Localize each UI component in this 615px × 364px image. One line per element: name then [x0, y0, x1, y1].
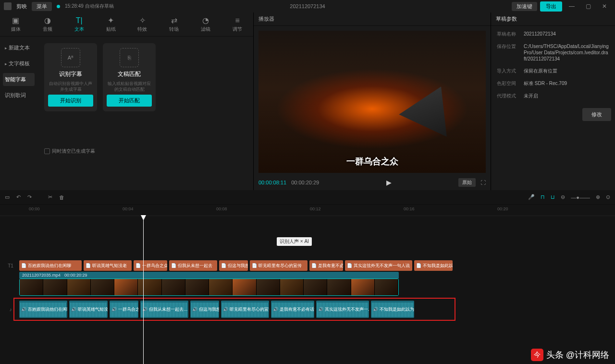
prop-value: C:/Users/THSC/AppData/Local/JianyingPro/… — [524, 43, 609, 62]
ruler-tick: 00:08 — [216, 206, 227, 211]
timeline-tracks[interactable]: 识别人声 × AI T1 📄 百姓跟我说他们在闲聊📄 听说英雄气短没老📄 一群乌… — [0, 216, 615, 364]
tool-tab-贴纸[interactable]: ✦贴纸 — [95, 12, 127, 36]
video-thumbnail[interactable] — [375, 279, 398, 295]
autosave-time: 15:28:49 自动保存草稿 — [65, 3, 114, 10]
video-clip-header[interactable]: 202112072035.mp4 00:00:20:29 — [19, 272, 399, 279]
video-thumbnail[interactable] — [304, 279, 327, 295]
delete-icon[interactable]: 🗑 — [59, 194, 64, 200]
zoom-slider[interactable]: —●—— — [571, 194, 590, 200]
subtitle-clip[interactable]: 📄 听说英雄气短没老 — [84, 260, 132, 271]
audio-clip[interactable]: 🔊 但我从未想一起去… — [140, 301, 188, 318]
sidebar-item-智能字幕[interactable]: 智能字幕 — [3, 73, 35, 86]
转场-icon: ⇄ — [170, 16, 178, 25]
tool-tabs: ▣媒体◑音频T|文本✦贴纸✧特效⇄转场◔滤镜≡调节 — [0, 12, 253, 36]
subtitle-clip[interactable]: 📄 听见暗里有尽心的宣传 — [250, 260, 308, 271]
zoom-in-icon[interactable]: ⊕ — [596, 194, 600, 200]
tool-tab-转场[interactable]: ⇄转场 — [158, 12, 190, 36]
tool-tab-调节[interactable]: ≡调节 — [221, 12, 253, 36]
video-thumbnail[interactable] — [327, 279, 351, 295]
audio-clip[interactable]: 🔊 百姓跟我说他们在闲聊… — [19, 301, 67, 318]
properties-header: 草稿参数 — [491, 12, 615, 26]
tool-tab-媒体[interactable]: ▣媒体 — [0, 12, 32, 36]
audio-subtitle-track[interactable]: ♪ 🔊 百姓跟我说他们在闲聊…🔊 听说英雄气短没老🔊 一群乌合之众🔊 但我从未想… — [19, 301, 610, 318]
subtitle-clip[interactable]: 📄 但这与我想 — [219, 260, 248, 271]
maximize-button[interactable]: ▢ — [581, 3, 595, 10]
properties-list: 草稿名称202112072134保存位置C:/Users/THSC/AppDat… — [491, 26, 615, 104]
app-name: 剪映 — [16, 3, 27, 10]
subtitle-clip[interactable]: 📄 是我有意不必 — [309, 260, 343, 271]
playhead[interactable] — [143, 216, 144, 364]
mic-icon[interactable]: 🎤 — [528, 194, 535, 200]
cards-area: Aᴮ 识别字幕 自动识别音视频中人声并生成字幕 开始识别 ⎘ 文稿匹配 输入或粘… — [37, 36, 253, 190]
track-label-audio: ♪ — [5, 307, 16, 312]
fullscreen-icon[interactable]: ⛶ — [480, 180, 486, 185]
滤镜-icon: ◔ — [201, 16, 210, 25]
audio-clip[interactable]: 🔊 不知我是如此以为后 — [371, 301, 414, 318]
subtitle-clip[interactable]: 📄 但我从未想一起去 — [169, 260, 217, 271]
preview-frame — [258, 31, 486, 173]
timeline-panel: ▭ ↶ ↷ ✂ 🗑 🎤 ⊓ ⊔ ⊖ —●—— ⊕ ⊙ 00:0000:0400:… — [0, 190, 615, 364]
subtitle-clip[interactable]: 📄 不知我是如此以无后 — [414, 260, 453, 271]
audio-clip[interactable]: 🔊 一群乌合之众 — [110, 301, 138, 318]
subtitle-track[interactable]: T1 📄 百姓跟我说他们在闲聊📄 听说英雄气短没老📄 一群乌合之众📄 但我从未想… — [19, 260, 610, 271]
audio-clip[interactable]: 🔊 是我有意不必有话… — [271, 301, 314, 318]
video-thumbnail[interactable] — [162, 279, 185, 295]
video-thumbnail[interactable] — [91, 279, 114, 295]
video-thumbnail[interactable] — [280, 279, 304, 295]
subtitle-clip[interactable]: 📄 一群乌合之众 — [134, 260, 167, 271]
video-thumbnail[interactable] — [209, 279, 233, 295]
video-thumbnail[interactable] — [185, 279, 209, 295]
sidebar-item-新建文本[interactable]: 新建文本 — [3, 41, 35, 54]
zoom-out-icon[interactable]: ⊖ — [561, 194, 565, 200]
video-thumbnail[interactable] — [114, 279, 138, 295]
video-thumbnail[interactable] — [233, 279, 256, 295]
sidebar-item-识别歌词[interactable]: 识别歌词 — [3, 89, 35, 102]
video-thumbnail[interactable] — [257, 279, 280, 295]
clear-existing-checkbox[interactable]: 同时清空已生成字幕 — [44, 148, 246, 155]
tool-tab-音频[interactable]: ◑音频 — [32, 12, 63, 36]
audio-clip[interactable]: 🔊 但这与我想 — [190, 301, 219, 318]
modify-button[interactable]: 修改 — [582, 108, 611, 121]
play-button[interactable]: ▶ — [386, 179, 392, 186]
subtitle-clip[interactable]: 📄 百姓跟我说他们在闲聊 — [19, 260, 82, 271]
video-thumbnail[interactable] — [138, 279, 161, 295]
tool-tab-滤镜[interactable]: ◔滤镜 — [190, 12, 221, 36]
preview-header: 播放器 — [254, 12, 491, 26]
export-button[interactable]: 导出 — [540, 1, 562, 12]
tool-tab-特效[interactable]: ✧特效 — [127, 12, 159, 36]
minimize-button[interactable]: — — [565, 3, 578, 10]
undo-icon[interactable]: ↶ — [16, 194, 21, 200]
video-track[interactable] — [19, 279, 399, 296]
video-thumbnail[interactable] — [351, 279, 375, 295]
video-thumbnail[interactable] — [20, 279, 43, 295]
video-duration: 00:00:20:29 — [64, 273, 87, 278]
prop-label: 代理模式 — [497, 93, 519, 99]
zoom-fit-icon[interactable]: ⊙ — [606, 194, 610, 200]
project-name: 202112072134 — [290, 3, 325, 9]
start-recognize-button[interactable]: 开始识别 — [48, 95, 93, 107]
checkbox-label: 同时清空已生成字幕 — [52, 148, 95, 155]
video-preview[interactable]: 一群乌合之众 — [258, 31, 486, 173]
link-on-icon[interactable]: ⊔ — [551, 194, 555, 200]
sidebar-item-文字模板[interactable]: 文字模板 — [3, 57, 35, 70]
start-match-button[interactable]: 开始匹配 — [107, 95, 152, 107]
menu-button[interactable]: 菜单 — [32, 2, 52, 11]
titlebar: 剪映 菜单 15:28:49 自动保存草稿 202112072134 加速键 导… — [0, 0, 615, 12]
video-thumbnail[interactable] — [43, 279, 67, 295]
autosave-indicator-icon — [57, 5, 60, 8]
subtitle-clip[interactable]: 📄 其实这弦外无不发声一句人说 — [345, 260, 412, 271]
audio-clip[interactable]: 🔊 听见暗里有尽心的宣传 — [221, 301, 269, 318]
ratio-button[interactable]: 原始 — [458, 178, 476, 187]
tool-tab-文本[interactable]: T|文本 — [63, 12, 95, 36]
audio-clip[interactable]: 🔊 其实这弦外无不发声一… — [316, 301, 369, 318]
match-icon: ⎘ — [120, 48, 139, 67]
video-thumbnail[interactable] — [67, 279, 91, 295]
magnet-on-icon[interactable]: ⊓ — [541, 194, 545, 200]
select-tool-icon[interactable]: ▭ — [5, 194, 10, 200]
audio-clip[interactable]: 🔊 听说英雄气短没老 — [69, 301, 108, 318]
close-button[interactable]: ✕ — [598, 3, 611, 10]
timeline-ruler[interactable]: 00:0000:0400:0800:1200:1600:20 — [0, 205, 615, 216]
shortcut-button[interactable]: 加速键 — [512, 2, 537, 11]
split-icon[interactable]: ✂ — [48, 194, 52, 200]
redo-icon[interactable]: ↷ — [27, 194, 32, 200]
